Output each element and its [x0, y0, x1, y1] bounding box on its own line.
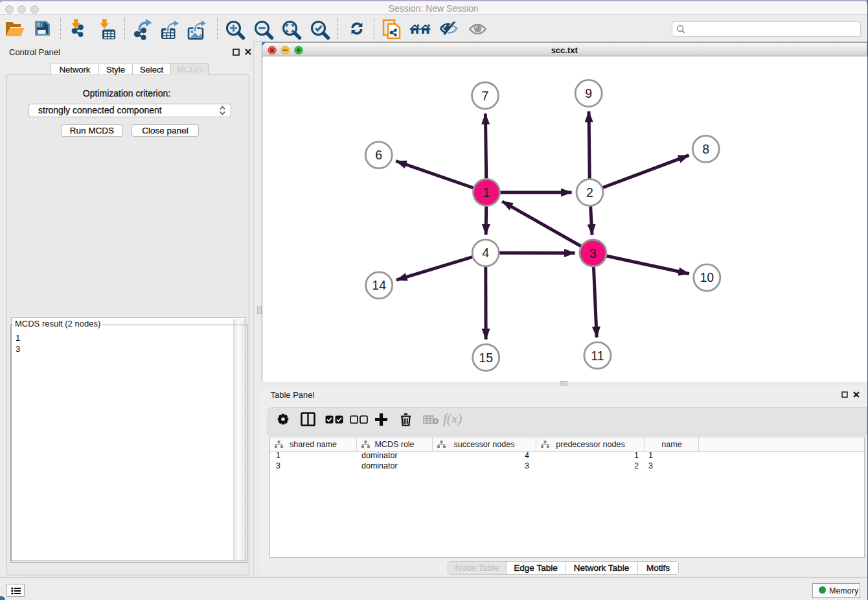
svg-text:3: 3: [589, 246, 597, 260]
svg-text:6: 6: [375, 148, 382, 162]
svg-text:11: 11: [591, 349, 604, 363]
svg-text:7: 7: [482, 89, 489, 103]
svg-text:4: 4: [482, 246, 489, 260]
svg-text:2: 2: [586, 185, 593, 200]
svg-text:14: 14: [372, 278, 386, 292]
svg-text:9: 9: [585, 86, 592, 100]
svg-text:15: 15: [479, 351, 493, 365]
svg-text:8: 8: [702, 142, 709, 156]
svg-text:10: 10: [700, 270, 714, 284]
svg-text:1: 1: [483, 185, 490, 200]
